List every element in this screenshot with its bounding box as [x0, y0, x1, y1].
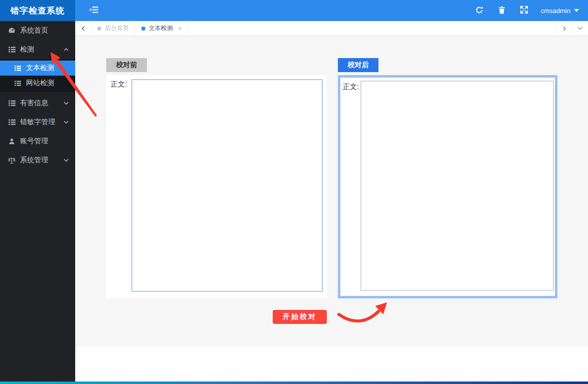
refresh-button[interactable] [473, 4, 485, 18]
list-icon [8, 46, 16, 53]
sidebar-item-label: 检测 [20, 45, 34, 54]
sidebar-item-home[interactable]: 系统首页 [0, 21, 75, 40]
chevron-down-icon [63, 157, 69, 163]
fullscreen-button[interactable] [518, 4, 530, 17]
sidebar-item-label: 错敏字管理 [20, 118, 55, 127]
bottom-gradient-bar [0, 381, 588, 384]
dashboard-icon [8, 27, 16, 35]
sidebar-item-system[interactable]: 系统管理 [0, 151, 75, 170]
chevron-up-icon [63, 47, 69, 53]
tab-text-detect[interactable]: 文本检测 × [135, 21, 188, 36]
page-footer-area [75, 346, 588, 381]
body-text-label: 正文: [111, 80, 127, 89]
menu-fold-icon [89, 6, 99, 15]
sidebar-item-label: 有害信息 [20, 99, 48, 108]
sidebar-item-text-detect[interactable]: 文本检测 [0, 61, 75, 76]
caret-down-icon [574, 9, 579, 12]
chevron-left-icon [80, 26, 86, 32]
scales-icon [8, 157, 16, 164]
sidebar-nav: 系统首页 检测 文本检测 网站检测 [0, 21, 75, 170]
tab-backend-home[interactable]: 后台首页 [91, 21, 135, 36]
list-icon [14, 65, 22, 72]
sidebar-item-accounts[interactable]: 账号管理 [0, 132, 75, 151]
trash-icon [498, 6, 505, 16]
sidebar: 错字检查系统 系统首页 检测 文本检测 [0, 0, 75, 381]
chevron-right-icon [561, 26, 567, 32]
after-proofread-tag: 校对后 [338, 58, 378, 72]
sidebar-item-label: 文本检测 [26, 64, 54, 73]
sidebar-item-sensitive-words[interactable]: 错敏字管理 [0, 113, 75, 132]
before-proofread-panel: 正文: [106, 75, 327, 298]
before-proofread-textarea[interactable] [131, 79, 323, 292]
tab-label: 文本检测 [149, 24, 173, 33]
sidebar-item-label: 网站检测 [26, 79, 54, 88]
sidebar-item-harmful-info[interactable]: 有害信息 [0, 94, 75, 113]
tabbar: 后台首页 文本检测 × [75, 21, 588, 36]
tabbar-spacer [188, 21, 556, 36]
app-logo: 错字检查系统 [0, 0, 75, 21]
after-proofread-panel: 正文: [338, 75, 557, 298]
chevron-down-icon [63, 100, 69, 106]
sidebar-item-label: 系统首页 [20, 26, 48, 35]
list-icon [8, 100, 16, 107]
tab-close-icon[interactable]: × [178, 25, 182, 32]
tabs-scroll-right-button[interactable] [556, 21, 572, 36]
tabs-menu-button[interactable] [572, 21, 588, 36]
menu-fold-button[interactable] [87, 4, 101, 17]
tab-status-dot [141, 27, 145, 31]
refresh-icon [475, 6, 483, 16]
tab-label: 后台首页 [105, 24, 129, 33]
list-icon [14, 80, 22, 87]
before-proofread-tag: 校对前 [106, 58, 147, 72]
sidebar-submenu-detect: 文本检测 网站检测 [0, 59, 75, 92]
sidebar-item-detect[interactable]: 检测 [0, 40, 75, 59]
fullscreen-icon [520, 6, 528, 15]
user-menu[interactable]: cmsadmin [541, 7, 579, 15]
topbar: cmsadmin [75, 0, 588, 21]
sidebar-item-site-detect[interactable]: 网站检测 [0, 76, 75, 91]
body-text-label: 正文: [343, 83, 359, 92]
tab-status-dot [97, 27, 101, 31]
tabs-scroll-left-button[interactable] [75, 21, 91, 36]
trash-button[interactable] [496, 4, 507, 18]
list-icon [8, 119, 16, 126]
user-icon [8, 138, 16, 145]
sidebar-item-label: 账号管理 [20, 137, 48, 146]
sidebar-item-label: 系统管理 [20, 156, 48, 165]
chevron-down-icon [577, 25, 583, 32]
start-proofread-button[interactable]: 开始校对 [273, 310, 327, 324]
text-detect-page: 校对前 正文: 校对后 正文: 开始校对 [75, 36, 588, 346]
after-proofread-textarea[interactable] [360, 81, 554, 291]
username: cmsadmin [541, 7, 570, 15]
chevron-down-icon [63, 119, 69, 125]
